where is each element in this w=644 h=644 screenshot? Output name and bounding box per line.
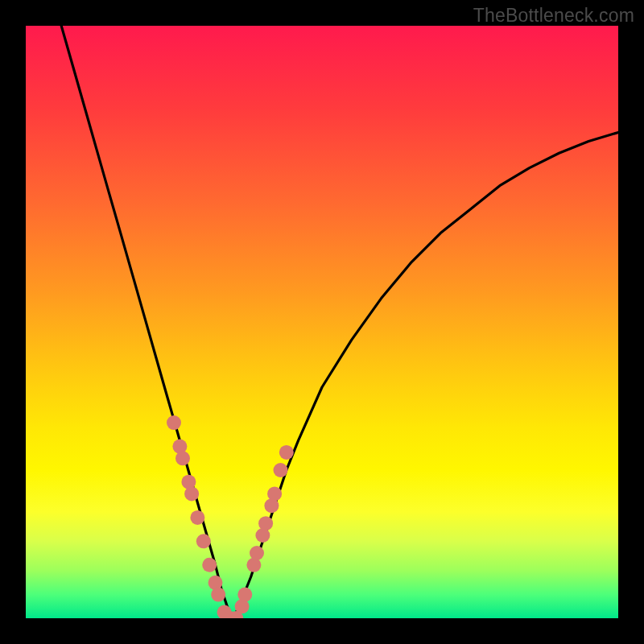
highlight-point: [202, 558, 217, 572]
plot-area: [26, 26, 618, 618]
highlight-point: [250, 546, 264, 560]
highlight-point: [267, 486, 282, 501]
highlight-point: [190, 510, 204, 525]
highlight-point: [175, 451, 190, 465]
highlight-point: [184, 486, 199, 501]
highlight-point: [196, 534, 211, 548]
watermark-text: TheBottleneck.com: [473, 5, 634, 27]
highlight-point: [279, 445, 294, 460]
highlight-point: [167, 415, 181, 430]
bottleneck-curve: [61, 26, 618, 618]
highlight-point: [237, 588, 252, 602]
highlight-point: [258, 516, 273, 530]
curve-svg: [26, 26, 618, 618]
chart-frame: TheBottleneck.com: [0, 0, 644, 644]
highlight-point: [211, 588, 225, 602]
highlight-points: [167, 415, 294, 618]
highlight-point: [274, 463, 288, 477]
